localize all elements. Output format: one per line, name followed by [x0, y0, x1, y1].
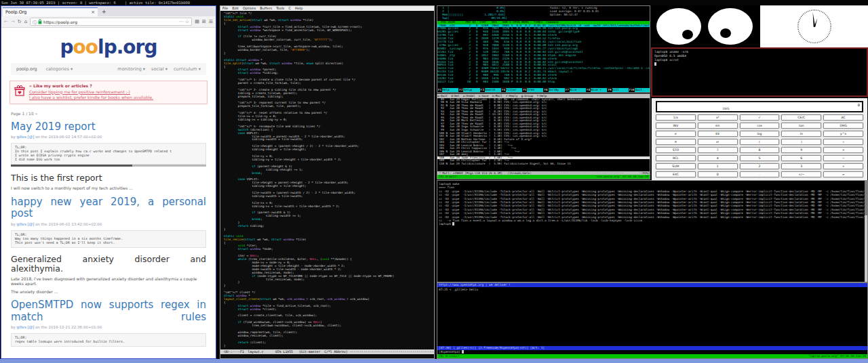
xcalc-key-×[interactable]: × [823, 147, 863, 153]
tldr-scrollbar[interactable] [11, 165, 206, 167]
xcalc-key-4[interactable]: 4 [698, 155, 738, 161]
tab-close-icon[interactable]: × [91, 9, 95, 15]
htop-fkey-F3[interactable]: F3Search [480, 88, 501, 92]
menu-help[interactable]: Help [295, 6, 302, 11]
new-tab-button[interactable]: + [98, 7, 111, 16]
xcalc-key-x²[interactable]: x² [698, 114, 738, 121]
xcalc-key-tan[interactable]: tan [781, 123, 821, 129]
xcalc-key-sin[interactable]: sin [698, 123, 738, 129]
menu-buffers[interactable]: Buffers [260, 6, 272, 11]
post-title-happy-new-year[interactable]: happy new year 2019, a personal post [11, 196, 206, 220]
xcalc-key-([interactable]: ( [740, 139, 780, 145]
nav-home-link[interactable]: poolp.org [16, 66, 37, 72]
htop-fkey-F8[interactable]: F8Nice + [586, 88, 607, 92]
menu-options[interactable]: Options [243, 6, 256, 11]
xcalc-key-STO[interactable]: STO [656, 147, 696, 153]
url-bar[interactable]: ⓘ https://poolp.org ⋯ ☆ [30, 18, 192, 26]
active-terminal-window[interactable]: laptop$ uname -srm OpenBSD 6.5 amd64 lap… [651, 47, 868, 97]
post-title-gad[interactable]: Generalized anxiety disorder and alexith… [11, 255, 206, 274]
byline-author-link[interactable]: gilles [@] [17, 222, 35, 226]
forward-icon[interactable]: → [11, 20, 15, 24]
xcalc-key-log[interactable]: log [740, 131, 780, 137]
nav-categories[interactable]: categories ▾ [46, 66, 73, 72]
site-logo[interactable]: poolp.org [1, 37, 216, 58]
emacs-minibuffer[interactable] [220, 354, 434, 358]
tldr-scrollbar-thumb[interactable] [11, 165, 132, 167]
htop-fkey-F1[interactable]: F1Help [437, 88, 458, 92]
xcalc-key-INV[interactable]: INV [656, 123, 696, 129]
post-title-first-report[interactable]: This is the first report [11, 173, 206, 183]
xcalc-key-−[interactable]: − [823, 155, 863, 161]
xcalc-key-cos[interactable]: cos [740, 123, 780, 129]
menu-file[interactable]: File [222, 6, 228, 11]
xterm-scrollbar-thumb[interactable] [865, 181, 867, 215]
xterm-scrollbar[interactable] [865, 181, 867, 282]
xcalc-key-+/−[interactable]: +/− [781, 171, 821, 177]
process-row[interactable]: 34127 tim 58 0 984 1500 1048 P 0.0 0.0 0… [437, 81, 650, 84]
xcalc-key-2[interactable]: 2 [740, 163, 780, 169]
menu-icon[interactable]: ☰ [209, 20, 213, 24]
xcalc-key-)[interactable]: ) [781, 139, 821, 145]
xcalc-key-ln[interactable]: ln [781, 131, 821, 137]
browser-tab[interactable]: Poolp.Org × [3, 7, 98, 16]
donate-tip-link[interactable]: Consider tipping me for positive reinfor… [29, 89, 204, 95]
library-icon[interactable]: ▤ [195, 20, 199, 24]
xcalc-key-7[interactable]: 7 [698, 147, 738, 153]
htop-fkey-F2[interactable]: F2Setup [458, 88, 479, 92]
xcalc-key-1/x[interactable]: 1/x [656, 114, 696, 121]
xcalc-key-SUM[interactable]: SUM [656, 163, 696, 169]
xcalc-key-=[interactable]: = [823, 171, 863, 177]
xcalc-key-EE[interactable]: EE [698, 131, 738, 137]
pager[interactable]: Page 1 / 10 » [11, 111, 216, 116]
xcalc-key-1[interactable]: 1 [698, 163, 738, 169]
xcalc-key-x![interactable]: x! [698, 139, 738, 145]
byline-author-link[interactable]: gilles [@] [17, 135, 35, 139]
xcalc-key-CE/C[interactable]: CE/C [781, 114, 821, 121]
site-info-icon[interactable]: ⓘ [33, 20, 37, 24]
byline-author-link[interactable]: gilles [@] [17, 325, 35, 329]
xcalc-key-RCL[interactable]: RCL [656, 155, 696, 161]
xcalc-key-+[interactable]: + [823, 163, 863, 169]
make-terminal-window[interactable]: laptop$ make ===> fion cc -O2 -pipe -I/u… [437, 180, 868, 282]
xcalc-key-AC[interactable]: AC [823, 114, 863, 121]
xcalc-key-.[interactable]: . [740, 171, 780, 177]
xcalc-key-6[interactable]: 6 [781, 155, 821, 161]
menu-c[interactable]: C [288, 6, 291, 11]
xcalc-key-8[interactable]: 8 [740, 147, 780, 153]
home-icon[interactable]: ⌂ [24, 20, 27, 24]
htop-fkey-F7[interactable]: F7Nice - [565, 88, 586, 92]
xcalc-key-3[interactable]: 3 [781, 163, 821, 169]
donate-wishlist-link[interactable]: I also have a wishlist, prefer kindle fo… [29, 95, 204, 101]
menu-edit[interactable]: Edit [232, 6, 239, 11]
xcalc-key-EXC[interactable]: EXC [656, 171, 696, 177]
message-row[interactable]: 110 N Jun 29 fulldisclosure ( 5.9K) Full… [437, 163, 650, 166]
xcalc-key-9[interactable]: 9 [781, 147, 821, 153]
post-title-opensmtpd-regex[interactable]: OpenSMTPD now supports regex in match ru… [11, 299, 206, 323]
xcalc-key-√[interactable]: √ [740, 114, 780, 121]
htop-fkey-F6[interactable]: F6SortBy [543, 88, 564, 92]
xcalc-key-5[interactable]: 5 [740, 155, 780, 161]
tmux-session-info[interactable]: [0] 0:irssi* [439, 354, 459, 358]
htop-fkey-F4[interactable]: F4Filter [501, 88, 522, 92]
xcalc-key-DRG[interactable]: DRG [823, 123, 863, 129]
bookmark-star-icon[interactable]: ☆ [185, 20, 189, 24]
emacs-buffer[interactable]: "cmt">/* tile */ static void tile_set_ac… [220, 11, 434, 349]
htop-fkey-F10[interactable]: F10Quit [629, 88, 650, 92]
xcalc-key-0[interactable]: 0 [698, 171, 738, 177]
xcalc-key-y^x[interactable]: y^x [823, 131, 863, 137]
xcalc-key-e[interactable]: e [656, 131, 696, 137]
sidebar-icon[interactable]: ⊞ [202, 20, 206, 24]
nav-social[interactable]: social ▾ [151, 66, 167, 72]
htop-fkey-F5[interactable]: F5Tree [522, 88, 543, 92]
back-icon[interactable]: ← [4, 20, 8, 24]
page-actions-icon[interactable]: ⋯ [179, 20, 184, 24]
xcalc-key-÷[interactable]: ÷ [823, 139, 863, 145]
tmux-session-info[interactable]: [0] 0:mutt* [439, 175, 458, 179]
nav-curriculum[interactable]: curriculum ▾ [174, 66, 201, 72]
xcalc-key-π[interactable]: π [656, 139, 696, 145]
nav-monitoring[interactable]: monitoring ▾ [117, 66, 145, 72]
reload-icon[interactable]: ↻ [18, 20, 22, 24]
htop-fkey-F9[interactable]: F9Kill [607, 88, 628, 92]
menu-tools[interactable]: Tools [276, 6, 284, 11]
post-title-may-2019[interactable]: May 2019 report [11, 121, 206, 133]
